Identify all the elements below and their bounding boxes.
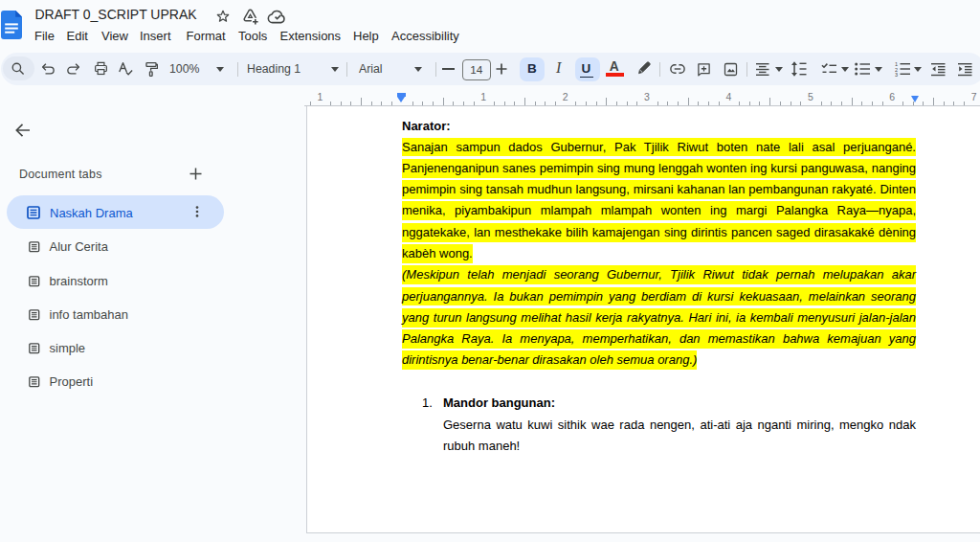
svg-text:3: 3 xyxy=(895,72,898,77)
